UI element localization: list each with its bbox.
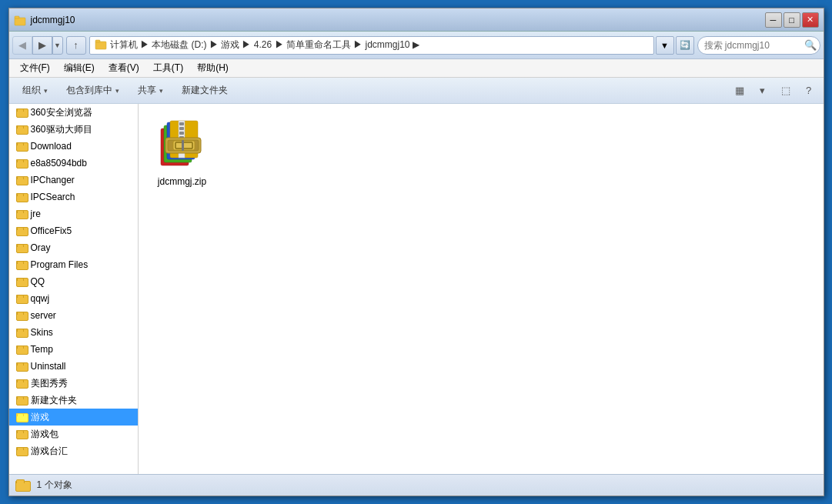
sidebar-item-label: 游戏 bbox=[31, 411, 49, 424]
sidebar-item-label: Uninstall bbox=[31, 361, 66, 372]
toolbar-right: ▦ ▾ ⬚ ? bbox=[730, 82, 819, 100]
share-dropdown-icon: ▾ bbox=[159, 87, 163, 95]
sidebar-item-jre[interactable]: jre bbox=[9, 205, 138, 222]
minimize-button[interactable]: ─ bbox=[765, 12, 782, 28]
sidebar-item-meitushow[interactable]: 美图秀秀 bbox=[9, 375, 138, 392]
svg-rect-0 bbox=[15, 18, 25, 25]
view-dropdown-button[interactable]: ▾ bbox=[753, 82, 773, 100]
sidebar-item-games[interactable]: 游戏 bbox=[9, 409, 138, 426]
sidebar-item-ipchanger[interactable]: IPChanger bbox=[9, 172, 138, 189]
sidebar-item-officefix5[interactable]: OfficeFix5 bbox=[9, 222, 138, 239]
share-button[interactable]: 共享 ▾ bbox=[129, 80, 172, 102]
sidebar-item-label: 新建文件夹 bbox=[31, 394, 77, 407]
new-folder-label: 新建文件夹 bbox=[182, 84, 228, 97]
svg-rect-10 bbox=[179, 127, 184, 130]
search-input[interactable] bbox=[697, 36, 820, 55]
folder-icon bbox=[15, 377, 28, 389]
sidebar-item-skins[interactable]: Skins bbox=[9, 324, 138, 341]
share-label: 共享 bbox=[138, 84, 156, 97]
sidebar-item-360browser[interactable]: 360安全浏览器 bbox=[9, 104, 138, 121]
sidebar-item-label: Oray bbox=[31, 242, 51, 253]
folder-icon bbox=[15, 123, 28, 135]
sidebar-item-gamepkg[interactable]: 游戏包 bbox=[9, 426, 138, 442]
folder-icon bbox=[15, 326, 28, 339]
file-label: jdcmmgj.zip bbox=[158, 176, 206, 187]
sidebar-item-server[interactable]: server bbox=[9, 307, 138, 324]
sidebar-item-label: 360驱动大师目 bbox=[31, 123, 92, 136]
preview-pane-button[interactable]: ⬚ bbox=[776, 82, 796, 100]
sidebar-item-e8a85094bdb[interactable]: e8a85094bdb bbox=[9, 155, 138, 172]
svg-rect-3 bbox=[95, 40, 100, 42]
search-button[interactable]: 🔍 bbox=[804, 38, 817, 52]
folder-icon bbox=[15, 292, 28, 305]
menu-tools[interactable]: 工具(T) bbox=[147, 60, 189, 76]
folder-icon bbox=[15, 411, 28, 423]
sidebar-item-label: 游戏包 bbox=[31, 428, 58, 441]
folder-icon bbox=[15, 242, 28, 254]
new-folder-button[interactable]: 新建文件夹 bbox=[173, 80, 236, 102]
sidebar-item-label: Download bbox=[31, 141, 72, 152]
refresh-button[interactable]: 🔄 bbox=[676, 36, 694, 55]
folder-icon bbox=[15, 275, 28, 288]
sidebar-item-uninstall[interactable]: Uninstall bbox=[9, 358, 138, 375]
sidebar-item-qq[interactable]: QQ bbox=[9, 273, 138, 290]
status-bar: 1 个对象 bbox=[9, 474, 824, 496]
folder-icon bbox=[15, 394, 28, 406]
status-text: 1 个对象 bbox=[37, 479, 72, 492]
include-library-label: 包含到库中 bbox=[66, 84, 112, 97]
explorer-window: jdcmmgj10 ─ □ ✕ ◀ ▶ ▼ ↑ 计算机 bbox=[8, 8, 824, 496]
help-button[interactable]: ? bbox=[799, 82, 819, 100]
folder-icon bbox=[15, 309, 28, 322]
organize-dropdown-icon: ▾ bbox=[44, 87, 48, 95]
title-bar: jdcmmgj10 ─ □ ✕ bbox=[9, 8, 824, 32]
sidebar-item-label: Program Files bbox=[31, 259, 89, 270]
sidebar-item-label: 游戏台汇 bbox=[31, 445, 68, 458]
address-bar[interactable]: 计算机 ▶ 本地磁盘 (D:) ▶ 游戏 ▶ 4.26 ▶ 简单重命名工具 ▶ … bbox=[89, 36, 654, 55]
svg-rect-9 bbox=[179, 122, 184, 125]
maximize-button[interactable]: □ bbox=[784, 12, 800, 28]
search-container: 🔍 bbox=[697, 36, 820, 55]
menu-view[interactable]: 查看(V) bbox=[102, 60, 145, 76]
organize-label: 组织 bbox=[22, 84, 41, 97]
organize-button[interactable]: 组织 ▾ bbox=[14, 80, 56, 102]
sidebar-item-newfolder[interactable]: 新建文件夹 bbox=[9, 392, 138, 409]
folder-icon bbox=[15, 191, 28, 203]
back-button[interactable]: ◀ bbox=[12, 36, 32, 55]
sidebar-item-label: qqwj bbox=[31, 293, 50, 304]
zip-file-icon bbox=[155, 118, 210, 173]
sidebar-item-qqwj[interactable]: qqwj bbox=[9, 290, 138, 307]
forward-button[interactable]: ▶ bbox=[32, 36, 52, 55]
menu-edit[interactable]: 编辑(E) bbox=[58, 60, 101, 76]
sidebar-item-programfiles[interactable]: Program Files bbox=[9, 256, 138, 273]
sidebar-item-gamehub[interactable]: 游戏台汇 bbox=[9, 442, 138, 459]
file-area: jdcmmgj.zip bbox=[139, 104, 824, 474]
menu-file[interactable]: 文件(F) bbox=[14, 60, 56, 76]
sidebar-item-label: server bbox=[31, 310, 56, 321]
nav-arrow-group: ◀ ▶ ▼ bbox=[12, 36, 63, 55]
up-button[interactable]: ↑ bbox=[66, 36, 86, 55]
sidebar-item-label: QQ bbox=[31, 276, 45, 287]
include-library-button[interactable]: 包含到库中 ▾ bbox=[58, 80, 128, 102]
folder-icon bbox=[15, 343, 28, 355]
breadcrumb: 计算机 ▶ 本地磁盘 (D:) ▶ 游戏 ▶ 4.26 ▶ 简单重命名工具 ▶ … bbox=[110, 38, 419, 52]
close-button[interactable]: ✕ bbox=[802, 12, 819, 28]
sidebar-item-oray[interactable]: Oray bbox=[9, 239, 138, 256]
title-controls: ─ □ ✕ bbox=[765, 12, 819, 28]
view-button[interactable]: ▦ bbox=[730, 82, 750, 100]
nav-bar: ◀ ▶ ▼ ↑ 计算机 ▶ 本地磁盘 (D:) ▶ 游戏 ▶ 4.26 ▶ 简单… bbox=[9, 32, 824, 59]
folder-icon bbox=[15, 174, 28, 186]
folder-icon bbox=[15, 259, 28, 271]
window-title: jdcmmgj10 bbox=[31, 15, 75, 25]
address-dropdown-button[interactable]: ▼ bbox=[656, 36, 674, 55]
sidebar-item-360driver[interactable]: 360驱动大师目 bbox=[9, 121, 138, 138]
svg-rect-1 bbox=[15, 16, 19, 18]
history-dropdown-button[interactable]: ▼ bbox=[52, 36, 63, 55]
status-folder-icon bbox=[15, 479, 31, 492]
sidebar-item-download[interactable]: Download bbox=[9, 138, 138, 155]
title-bar-left: jdcmmgj10 bbox=[14, 14, 75, 26]
sidebar-item-label: jre bbox=[31, 209, 41, 219]
sidebar-item-ipcsearch[interactable]: IPCSearch bbox=[9, 189, 138, 205]
file-item-zip[interactable]: jdcmmgj.zip bbox=[148, 113, 217, 192]
menu-help[interactable]: 帮助(H) bbox=[191, 60, 235, 76]
sidebar-item-temp[interactable]: Temp bbox=[9, 341, 138, 358]
